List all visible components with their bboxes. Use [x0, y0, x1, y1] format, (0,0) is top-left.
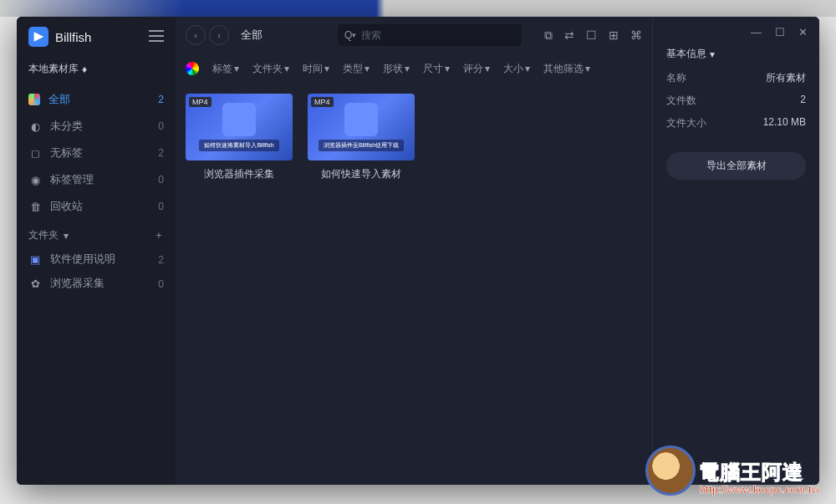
thumbnail-text: 浏览器插件至Billfish使用下载 [319, 140, 404, 151]
close-button[interactable]: ✕ [798, 26, 808, 38]
bookmark-icon: ◻ [28, 146, 42, 160]
info-value: 所有素材 [766, 71, 806, 85]
sidebar-item-trash[interactable]: 🗑 回收站 0 [17, 193, 176, 220]
asset-label: 如何快速导入素材 [308, 167, 415, 181]
tag-icon: ◉ [28, 173, 42, 186]
info-key: 名称 [666, 71, 686, 85]
sidebar: Billfish 本地素材库 ♦ 全部 2 ◐ 未分类 0 ◻ 无标签 [17, 17, 176, 485]
globe-icon: ✿ [28, 277, 42, 291]
filter-type[interactable]: 类型 ▾ [343, 62, 370, 76]
folder-item[interactable]: ✿ 浏览器采集 0 [17, 272, 176, 296]
nav-list: 全部 2 ◐ 未分类 0 ◻ 无标签 2 ◉ 标签管理 0 🗑 回收站 0 [17, 86, 176, 220]
panel-icon[interactable]: ⧉ [544, 28, 553, 43]
folders-label: 文件夹 [28, 228, 59, 242]
sidebar-item-count: 2 [158, 94, 164, 105]
sidebar-item-tags[interactable]: ◉ 标签管理 0 [17, 166, 176, 193]
background-strip [0, 0, 836, 17]
format-badge: MP4 [311, 97, 334, 107]
sidebar-item-label: 无标签 [50, 145, 83, 160]
filter-shape[interactable]: 形状 ▾ [383, 62, 410, 76]
pie-icon: ◐ [28, 120, 42, 133]
forward-button[interactable]: › [209, 25, 229, 45]
format-badge: MP4 [189, 97, 212, 107]
info-value: 2 [800, 94, 806, 108]
minimize-button[interactable]: — [751, 26, 762, 38]
grid-view-icon[interactable]: ⊞ [609, 28, 619, 43]
thumbnail-graphic [222, 103, 256, 136]
search-input[interactable] [361, 29, 515, 41]
sidebar-item-count: 0 [158, 174, 164, 186]
sidebar-item-label: 全部 [48, 92, 70, 107]
chevron-down-icon[interactable]: ▾ [64, 230, 69, 242]
export-button[interactable]: 导出全部素材 [666, 152, 806, 180]
sort-icon: ♦ [82, 64, 87, 75]
app-logo[interactable]: Billfish [28, 27, 91, 47]
chevron-down-icon: ▾ [710, 48, 715, 60]
filter-icon[interactable]: ⇄ [564, 28, 574, 43]
breadcrumb: 全部 [241, 28, 263, 43]
info-key: 文件数 [666, 94, 696, 108]
sidebar-item-count: 2 [158, 147, 164, 159]
sidebar-item-label: 回收站 [50, 199, 83, 214]
info-row-name: 名称 所有素材 [666, 71, 806, 85]
sidebar-item-all[interactable]: 全部 2 [17, 86, 176, 113]
toolbar-right: ⧉ ⇄ ☐ ⊞ ⌘ [544, 28, 642, 43]
filter-bar: 标签 ▾ 文件夹 ▾ 时间 ▾ 类型 ▾ 形状 ▾ 尺寸 ▾ 评分 ▾ 大小 ▾… [176, 53, 652, 84]
chevron-down-icon[interactable]: ▾ [352, 31, 356, 39]
nav-arrows: ‹ › [186, 25, 229, 45]
sidebar-item-uncategorized[interactable]: ◐ 未分类 0 [17, 113, 176, 140]
app-window: Billfish 本地素材库 ♦ 全部 2 ◐ 未分类 0 ◻ 无标签 [17, 17, 819, 485]
filter-rating[interactable]: 评分 ▾ [463, 62, 490, 76]
color-filter-icon[interactable] [186, 62, 199, 75]
sidebar-item-label: 未分类 [50, 119, 83, 134]
folders-header: 文件夹 ▾ ＋ [17, 220, 176, 247]
trash-icon: 🗑 [28, 200, 42, 213]
thumbnail-text: 如何快速将素材导入Billfish [199, 140, 278, 151]
sidebar-item-count: 0 [158, 120, 164, 132]
filter-tags[interactable]: 标签 ▾ [212, 62, 239, 76]
asset-item[interactable]: MP4 浏览器插件至Billfish使用下载 如何快速导入素材 [308, 94, 415, 181]
search-box[interactable]: Q ▾ [338, 24, 522, 46]
filter-filesize[interactable]: 大小 ▾ [503, 62, 530, 76]
toolbar: ‹ › 全部 Q ▾ ⧉ ⇄ ☐ ⊞ ⌘ [176, 17, 652, 53]
search-icon: Q [344, 29, 352, 41]
info-body: 基本信息 ▾ 名称 所有素材 文件数 2 文件大小 12.10 MB 导出全部素… [653, 47, 819, 180]
sidebar-item-label: 标签管理 [50, 172, 94, 187]
apps-icon[interactable]: ⌘ [630, 28, 642, 43]
thumbnail-graphic [344, 103, 378, 136]
watermark-url: http://www.kocpc.com.tw [699, 484, 819, 496]
content-grid: MP4 如何快速将素材导入Billfish 浏览器插件采集 MP4 浏览器插件至… [176, 84, 652, 485]
filter-time[interactable]: 时间 ▾ [303, 62, 329, 76]
asset-item[interactable]: MP4 如何快速将素材导入Billfish 浏览器插件采集 [186, 94, 293, 181]
info-title[interactable]: 基本信息 ▾ [666, 47, 806, 61]
folder-icon: ▣ [28, 253, 42, 267]
info-panel: — ☐ ✕ 基本信息 ▾ 名称 所有素材 文件数 2 文件大小 12.10 MB… [652, 17, 819, 485]
window-controls: — ☐ ✕ [653, 17, 819, 47]
watermark: 電腦王阿達 http://www.kocpc.com.tw [645, 445, 819, 496]
filter-other[interactable]: 其他筛选 ▾ [543, 62, 590, 76]
add-folder-button[interactable]: ＋ [154, 228, 164, 242]
back-button[interactable]: ‹ [186, 25, 206, 45]
folder-count: 0 [158, 278, 164, 290]
info-value: 12.10 MB [763, 116, 806, 130]
grid-icon [28, 94, 40, 105]
cartoon-avatar-icon [645, 445, 696, 496]
monitor-icon[interactable]: ☐ [586, 28, 597, 43]
info-key: 文件大小 [666, 116, 706, 130]
folder-item[interactable]: ▣ 软件使用说明 2 [17, 247, 176, 272]
thumbnail: MP4 浏览器插件至Billfish使用下载 [308, 94, 415, 160]
sidebar-header: Billfish [17, 27, 176, 57]
menu-icon[interactable] [149, 30, 164, 44]
maximize-button[interactable]: ☐ [775, 26, 785, 38]
filter-folder[interactable]: 文件夹 ▾ [252, 62, 289, 76]
info-row-count: 文件数 2 [666, 94, 806, 108]
library-selector[interactable]: 本地素材库 ♦ [17, 57, 176, 81]
folder-count: 2 [158, 254, 164, 266]
app-name: Billfish [55, 30, 91, 44]
watermark-text: 電腦王阿達 http://www.kocpc.com.tw [699, 459, 819, 496]
filter-size[interactable]: 尺寸 ▾ [423, 62, 450, 76]
watermark-title: 電腦王阿達 [699, 459, 819, 486]
logo-icon [28, 27, 48, 47]
info-row-size: 文件大小 12.10 MB [666, 116, 806, 130]
sidebar-item-untagged[interactable]: ◻ 无标签 2 [17, 140, 176, 166]
